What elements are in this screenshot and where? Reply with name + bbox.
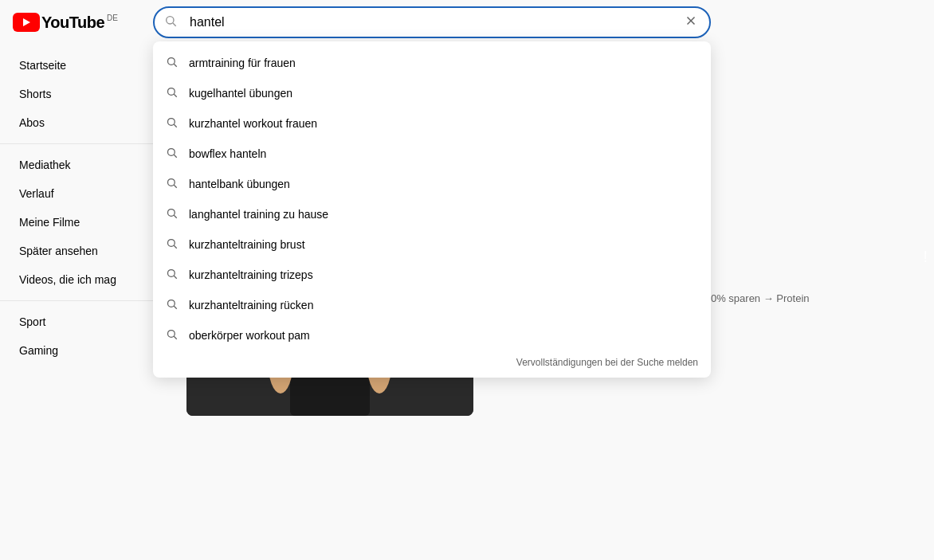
svg-line-19 (174, 245, 176, 248)
svg-point-20 (168, 270, 175, 277)
svg-line-23 (174, 306, 176, 308)
svg-point-12 (168, 149, 175, 156)
sidebar-item-meine-filme[interactable]: Meine Filme (0, 208, 167, 237)
autocomplete-item-6[interactable]: kurzhanteltraining brust (153, 229, 711, 260)
autocomplete-text-8: kurzhanteltraining rücken (189, 299, 313, 311)
search-icon (155, 14, 186, 30)
search-suggestion-icon-9 (166, 328, 178, 343)
search-suggestion-icon-7 (166, 268, 178, 282)
autocomplete-text-5: langhantel training zu hause (189, 208, 328, 221)
svg-line-15 (174, 185, 176, 187)
autocomplete-text-4: hantelbank übungen (189, 178, 290, 190)
sidebar-item-startseite[interactable]: Startseite (0, 51, 167, 80)
autocomplete-item-7[interactable]: kurzhanteltraining trizeps (153, 260, 711, 290)
search-bar (153, 6, 711, 38)
svg-line-25 (174, 336, 176, 339)
autocomplete-item-8[interactable]: kurzhanteltraining rücken (153, 290, 711, 320)
search-suggestion-icon-4 (166, 177, 178, 191)
autocomplete-text-0: armtraining für frauen (189, 57, 296, 69)
svg-point-18 (168, 240, 175, 247)
sidebar-divider-1 (0, 143, 167, 144)
autocomplete-item-5[interactable]: langhantel training zu hause (153, 199, 711, 229)
search-suggestion-icon-8 (166, 298, 178, 312)
sidebar-item-shorts[interactable]: Shorts (0, 80, 167, 108)
sidebar-divider-2 (0, 300, 167, 301)
youtube-wordmark: YouTube (41, 14, 104, 32)
autocomplete-dropdown: armtraining für frauen kugelhantel übung… (153, 41, 711, 378)
search-suggestion-icon-5 (166, 207, 178, 221)
autocomplete-text-7: kurzhanteltraining trizeps (189, 268, 313, 281)
sidebar-item-gaming[interactable]: Gaming (0, 336, 167, 365)
sidebar-item-abos[interactable]: Abos (0, 108, 167, 137)
sidebar: Startseite Shorts Abos Mediathek Verlauf… (0, 45, 167, 560)
svg-point-8 (168, 88, 175, 96)
autocomplete-item-2[interactable]: kurzhantel workout frauen (153, 108, 711, 139)
search-suggestion-icon-3 (166, 147, 178, 161)
autocomplete-item-0[interactable]: armtraining für frauen (153, 48, 711, 78)
sidebar-item-videos-die-ich-mag[interactable]: Videos, die ich mag (0, 265, 167, 294)
autocomplete-text-2: kurzhantel workout frauen (189, 117, 317, 130)
sidebar-item-später-ansehen[interactable]: Später ansehen (0, 237, 167, 265)
youtube-locale: DE (107, 14, 118, 22)
svg-point-14 (168, 179, 175, 186)
svg-line-9 (174, 94, 176, 96)
clear-search-button[interactable] (673, 14, 709, 32)
svg-line-13 (174, 155, 176, 157)
svg-point-22 (168, 300, 175, 307)
svg-point-16 (168, 210, 175, 217)
autocomplete-item-4[interactable]: hantelbank übungen (153, 169, 711, 199)
youtube-logo[interactable]: YouTube DE (13, 13, 118, 32)
sidebar-item-mediathek[interactable]: Mediathek (0, 151, 167, 179)
search-suggestion-icon-1 (166, 86, 178, 100)
header: YouTube DE (0, 0, 934, 45)
autocomplete-text-1: kugelhantel übungen (189, 87, 292, 100)
sidebar-item-verlauf[interactable]: Verlauf (0, 179, 167, 208)
svg-point-6 (168, 58, 175, 65)
svg-line-11 (174, 124, 176, 127)
autocomplete-text-6: kurzhanteltraining brust (189, 238, 305, 251)
autocomplete-report-link[interactable]: Vervollständigungen bei der Suche melden (153, 350, 711, 371)
svg-line-3 (173, 23, 176, 26)
search-input[interactable] (186, 15, 673, 29)
autocomplete-text-3: bowflex hanteln (189, 147, 266, 160)
sidebar-item-sport[interactable]: Sport (0, 307, 167, 336)
svg-line-21 (174, 276, 176, 278)
youtube-icon (13, 13, 40, 32)
svg-point-10 (168, 119, 175, 126)
search-container: armtraining für frauen kugelhantel übung… (153, 6, 711, 38)
svg-point-24 (168, 331, 175, 338)
search-suggestion-icon-2 (166, 116, 178, 131)
svg-point-2 (167, 17, 174, 24)
search-suggestion-icon-0 (166, 56, 178, 70)
logo-area: YouTube DE (13, 13, 140, 32)
autocomplete-item-9[interactable]: oberkörper workout pam (153, 320, 711, 350)
autocomplete-text-9: oberkörper workout pam (189, 329, 310, 342)
search-suggestion-icon-6 (166, 237, 178, 252)
svg-line-17 (174, 215, 176, 217)
autocomplete-item-3[interactable]: bowflex hanteln (153, 139, 711, 169)
svg-line-7 (174, 64, 176, 66)
autocomplete-item-1[interactable]: kugelhantel übungen (153, 78, 711, 108)
